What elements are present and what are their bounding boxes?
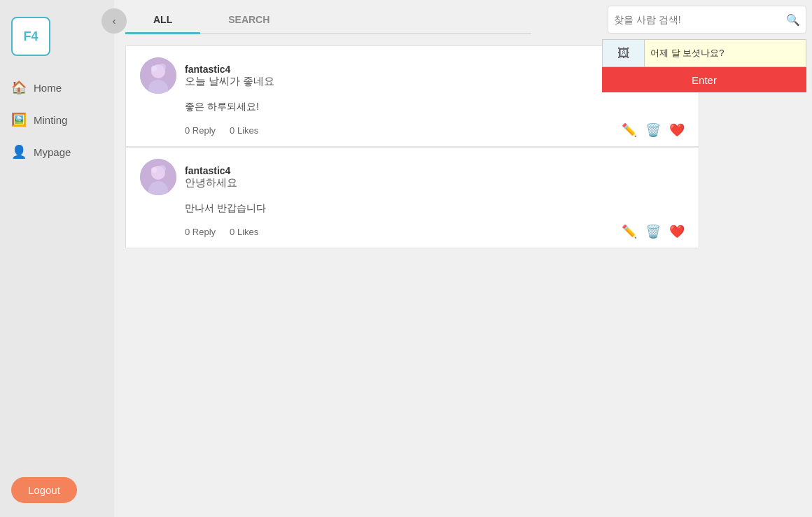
sidebar-collapse-button[interactable]: ‹: [102, 8, 127, 34]
svg-point-8: [151, 167, 157, 173]
top-right-panel: 🔍 🖼 Enter: [602, 0, 812, 39]
post-title-2: 안녕하세요: [185, 176, 237, 190]
post-meta-2: fantastic4 안녕하세요: [185, 165, 237, 190]
main-content: 🔍 🖼 Enter ALL SEARCH: [114, 0, 812, 517]
delete-icon-2[interactable]: 🗑️: [645, 224, 661, 239]
likes-btn-1[interactable]: 0 Likes: [230, 125, 258, 136]
post-box-enter-button[interactable]: Enter: [602, 67, 806, 92]
home-icon: 🏠: [11, 80, 27, 95]
post-box: 🖼 Enter: [602, 39, 806, 92]
sidebar-item-home[interactable]: 🏠 Home: [0, 73, 114, 102]
heart-icon-1[interactable]: ❤️: [669, 122, 685, 138]
sidebar-item-minting-label: Minting: [34, 114, 67, 126]
svg-point-9: [159, 165, 166, 172]
post-header-2: fantastic4 안녕하세요: [140, 159, 685, 195]
post-action-left-1: 0 Reply 0 Likes: [185, 125, 622, 136]
sidebar-item-mypage-label: Mypage: [34, 146, 71, 158]
edit-icon-2[interactable]: ✏️: [622, 224, 637, 239]
sidebar-item-mypage[interactable]: 👤 Mypage: [0, 137, 114, 167]
avatar-1: [140, 57, 176, 94]
heart-icon-2[interactable]: ❤️: [669, 224, 685, 239]
post-body-1: 좋은 하루되세요!: [185, 99, 685, 114]
search-bar: 🔍: [608, 6, 806, 34]
post-box-top: 🖼: [602, 39, 806, 67]
post-action-right-1: ✏️ 🗑️ ❤️: [622, 122, 685, 138]
edit-icon-1[interactable]: ✏️: [622, 122, 637, 138]
tab-all[interactable]: ALL: [125, 7, 200, 34]
search-input[interactable]: [614, 14, 786, 25]
svg-point-3: [151, 66, 157, 71]
post-action-left-2: 0 Reply 0 Likes: [185, 227, 622, 237]
sidebar-item-home-label: Home: [34, 82, 62, 94]
post-body-2: 만나서 반갑습니다: [185, 201, 685, 215]
likes-btn-2[interactable]: 0 Likes: [230, 227, 258, 237]
post-action-right-2: ✏️ 🗑️ ❤️: [622, 224, 685, 239]
minting-icon: 🖼️: [11, 112, 27, 127]
post-card-2: fantastic4 안녕하세요 만나서 반갑습니다 0 Reply 0 Lik…: [125, 147, 699, 248]
post-meta-1: fantastic4 오늘 날씨가 좋네요: [185, 64, 274, 88]
mypage-icon: 👤: [11, 144, 27, 160]
search-icon[interactable]: 🔍: [786, 13, 800, 27]
svg-point-4: [159, 64, 166, 71]
sidebar-logo: F4: [11, 17, 50, 56]
delete-icon-1[interactable]: 🗑️: [645, 122, 661, 138]
post-username-2: fantastic4: [185, 165, 237, 176]
post-title-1: 오늘 날씨가 좋네요: [185, 75, 274, 88]
sidebar: F4 🏠 Home 🖼️ Minting 👤 Mypage Logout ‹: [0, 0, 114, 517]
reply-btn-1[interactable]: 0 Reply: [185, 125, 216, 136]
sidebar-nav: 🏠 Home 🖼️ Minting 👤 Mypage: [0, 73, 114, 167]
avatar-2: [140, 159, 176, 195]
tab-search[interactable]: SEARCH: [200, 7, 298, 34]
post-actions-1: 0 Reply 0 Likes ✏️ 🗑️ ❤️: [185, 122, 685, 138]
sidebar-item-minting[interactable]: 🖼️ Minting: [0, 105, 114, 134]
logout-button[interactable]: Logout: [11, 477, 77, 503]
tabs: ALL SEARCH: [125, 7, 531, 34]
post-actions-2: 0 Reply 0 Likes ✏️ 🗑️ ❤️: [185, 224, 685, 239]
post-box-image-icon[interactable]: 🖼: [603, 40, 645, 66]
post-username-1: fantastic4: [185, 64, 274, 75]
post-box-input[interactable]: [645, 40, 806, 66]
reply-btn-2[interactable]: 0 Reply: [185, 227, 216, 237]
